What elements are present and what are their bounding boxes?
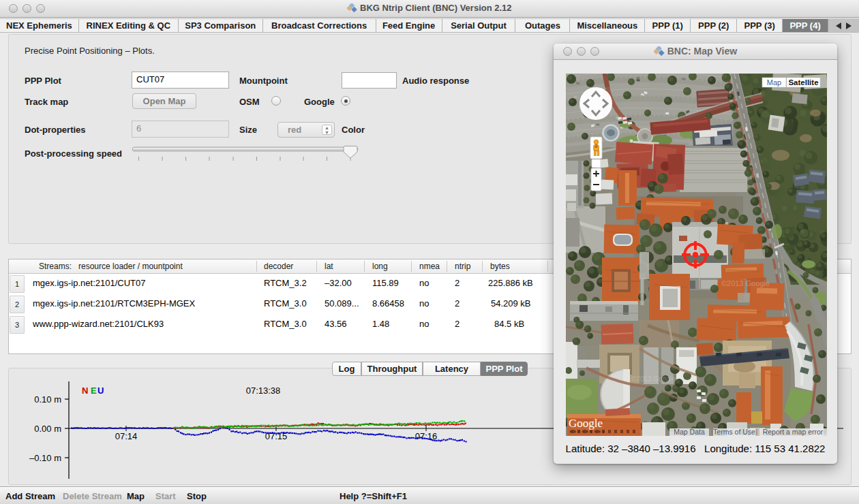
svg-text:07:16: 07:16 [415,431,438,441]
svg-text:U: U [97,385,104,396]
svg-text:0.00 m: 0.00 m [34,424,61,434]
svg-text:Google: Google [569,417,603,430]
svg-text:Map: Map [767,78,781,86]
svg-text:©2013 Google: ©2013 Google [631,375,676,383]
svg-text:0.10 m: 0.10 m [34,394,61,405]
svg-text:©2013 Google: ©2013 Google [721,279,770,287]
svg-text:–0.10 m: –0.10 m [29,453,61,463]
svg-text:N: N [82,385,88,396]
svg-text:07:14: 07:14 [115,431,138,441]
svg-text:Report a map error: Report a map error [763,428,824,436]
svg-text:07:13:38: 07:13:38 [246,385,281,396]
svg-text:Map Data: Map Data [674,428,705,436]
svg-text:E: E [91,385,97,396]
svg-text:Terms of Use: Terms of Use [713,428,755,436]
svg-text:Satellite: Satellite [788,78,818,86]
